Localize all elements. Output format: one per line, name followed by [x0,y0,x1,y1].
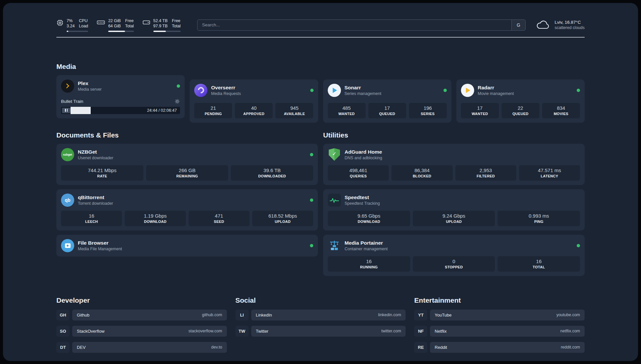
app-name: AdGuard Home [345,149,382,155]
shield-icon: ✓ [329,148,340,161]
stat-value: 17 [462,105,498,111]
bookmark-url: twitter.com [382,329,401,333]
app-card-portainer[interactable]: Media Portainer Container management 16 … [323,235,585,276]
app-desc: Speedtest Tracking [345,201,380,206]
stat-movies: 834 MOVIES [542,103,580,118]
ram-icon [97,19,105,26]
stats-row: 744.21 Mbps RATE 266 GB REMAINING 39.6 T… [61,165,313,181]
pause-button[interactable] [62,108,71,113]
stat-label: SEED [190,220,248,224]
bookmark-twitter[interactable]: TW Twitter twitter.com [235,326,406,337]
card-header: Overseerr Media Requests [194,84,313,97]
ram-stats: 22 GiB 64 GiB Free Total [108,18,134,32]
app-card-sonarr[interactable]: Sonarr Series management 485 WANTED 17 Q… [323,79,451,123]
app-card-adguard[interactable]: ✓ AdGuard Home DNS and adblocking 498,46… [323,144,585,185]
stat-pending: 21 PENDING [194,103,232,118]
bookmark-youtube[interactable]: YT YouTube youtube.com [414,310,585,320]
play-triangle-glyph [466,88,470,93]
bookmark-reddit[interactable]: RE Reddit reddit.com [414,342,585,353]
portainer-icon [328,239,341,252]
dashboard-container: 7% 3.24 CPU Load [3,3,638,353]
stat-label: DOWNLOAD [329,220,409,224]
app-card-overseerr[interactable]: Overseerr Media Requests 21 PENDING 40 A… [190,79,318,123]
stat-label: WANTED [462,112,498,116]
playback-time: 24:44 / 02:06:47 [147,108,177,113]
stat-latency: 47.571 ms LATENCY [519,165,580,181]
ram-progress-bar [108,31,134,32]
app-meta: Sonarr Series management [345,85,382,96]
stat-value: 834 [543,105,579,111]
app-desc: Media Requests [211,91,241,96]
bookmark-name: StackOverflow [77,329,105,334]
bookmark-dev[interactable]: DT DEV dev.to [56,342,227,353]
bookmark-netflix[interactable]: NF Netflix netflix.com [414,326,585,337]
app-desc: Container management [345,247,388,251]
crane-glyph [328,240,340,252]
bookmark-linkedin[interactable]: LI LinkedIn linkedin.com [235,310,406,320]
search-bar: G [197,19,526,31]
app-card-filebrowser[interactable]: File Browser Media File Management [56,235,318,257]
bookmark-initials: LI [235,310,249,320]
card-header: Sonarr Series management [328,84,447,97]
disk-total-value: 97.9 TB [153,23,168,29]
disk-icon [142,19,150,26]
bookmark-name: YouTube [435,313,451,318]
stat-label: PING [499,220,579,224]
stat-value: 0 [414,258,494,264]
app-card-speedtest[interactable]: Speedtest Speedtest Tracking 9.65 Gbps D… [323,189,585,230]
stat-value: 22 [503,105,538,111]
now-playing-title: Bullet Train [61,99,83,104]
bookmarks-grid: Developer GH Github github.com SO StackO… [56,296,585,353]
playback-progress-fill [71,107,91,114]
pause-icon [67,109,68,112]
stat-label: LEECH [62,220,121,224]
stat-wanted: 485 WANTED [328,103,366,118]
stat-available: 945 AVAILABLE [275,103,313,118]
bookmark-name: DEV [77,345,86,350]
bookmark-initials: DT [56,342,70,353]
card-header: ✓ AdGuard Home DNS and adblocking [328,148,580,161]
stat-value: 9.65 Gbps [329,213,409,219]
stat-label: QUERIES [329,174,387,178]
bookmark-pill: DEV dev.to [72,342,227,353]
stat-label: UPLOAD [254,220,312,224]
status-dot [177,84,180,88]
stat-label: WANTED [329,112,364,116]
player-settings-button[interactable] [174,99,180,104]
stat-label: PENDING [196,112,231,116]
stat-label: RUNNING [329,265,409,269]
bookmark-url: github.com [202,313,222,317]
stat-value: 2,953 [457,167,515,173]
stat-value: 9.24 Gbps [414,213,494,219]
app-card-plex[interactable]: Plex Media server Bullet Train [56,75,185,118]
disk-stats: 52.4 TB 97.9 TB Free Total [153,18,181,32]
card-header: Speedtest Speedtest Tracking [328,194,580,207]
bookmark-stackoverflow[interactable]: SO StackOverflow stackoverflow.com [56,326,227,337]
stat-value: 16 [329,258,409,264]
search-engine-button[interactable]: G [511,20,525,30]
app-card-qbittorrent[interactable]: qb qBittorrent Torrent downloader 16 LEE… [56,189,318,230]
weather-location: Lviv, 16.87°C [555,20,585,25]
ram-widget: 22 GiB 64 GiB Free Total [97,18,134,32]
stat-value: 86,384 [393,167,451,173]
search-input[interactable] [198,20,511,30]
app-card-nzbget[interactable]: nzbget NZBGet Usenet downloader 744.21 M… [56,144,318,185]
stat-queued: 22 QUEUED [502,103,539,118]
bookmark-initials: RE [414,342,427,353]
status-dot [310,198,313,202]
cpu-progress-bar [67,31,88,32]
section-utilities: Utilities ✓ AdGuard Home DNS and adblock… [323,131,585,276]
qbittorrent-icon: qb [61,194,74,207]
cpu-label: CPU [79,18,88,23]
section-title-developer: Developer [56,296,227,304]
utilities-cards: ✓ AdGuard Home DNS and adblocking 498,46… [323,144,585,276]
sonarr-icon [328,84,341,97]
playback-progress-bar[interactable]: 24:44 / 02:06:47 [61,107,180,114]
stat-label: DOWNLOADED [232,174,312,178]
app-card-radarr[interactable]: Radarr Movie management 17 WANTED 22 QUE… [456,79,585,123]
cloud-icon [535,20,551,30]
middle-columns: Documents & Files nzbget NZBGet Usenet d… [56,131,585,276]
stat-total: 16 TOTAL [498,256,580,272]
stat-rate: 744.21 Mbps RATE [61,165,143,181]
bookmark-github[interactable]: GH Github github.com [56,310,227,320]
